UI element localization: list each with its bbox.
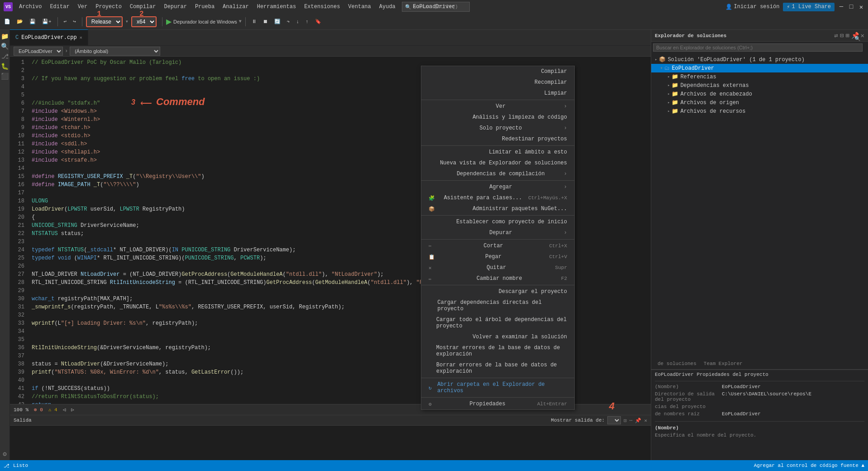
menu-analizar[interactable]: Analizar bbox=[219, 2, 253, 12]
cm-dependencias[interactable]: Dependencias de compilación› bbox=[421, 168, 574, 179]
step-out-button[interactable]: ↑ bbox=[303, 18, 311, 26]
undo-button[interactable]: ↩ bbox=[62, 17, 69, 26]
activity-git[interactable]: ⎇ bbox=[0, 52, 10, 61]
platform-dropdown[interactable]: x64 bbox=[131, 16, 157, 27]
git-source-control[interactable]: Agregar al control de código fuente ▲ bbox=[754, 463, 864, 468]
cm-compilar[interactable]: Compilar bbox=[421, 66, 574, 77]
cm-limitar[interactable]: Limitar el ámbito a esto bbox=[421, 147, 574, 158]
new-file-button[interactable]: 📄 bbox=[2, 17, 13, 26]
solution-close-btn[interactable]: ✕ bbox=[861, 32, 864, 39]
solution-search-input[interactable] bbox=[653, 43, 863, 52]
cm-cortar[interactable]: ✂ Cortar Ctrl+X bbox=[421, 240, 574, 251]
cm-cargar-arbol[interactable]: Cargar todo el árbol de dependencias del… bbox=[421, 314, 574, 332]
activity-settings[interactable]: ⚙ bbox=[0, 449, 10, 458]
cm-ver[interactable]: Ver› bbox=[421, 101, 574, 112]
cm-depurar[interactable]: Depurar› bbox=[421, 227, 574, 238]
statusbar-ready: Listo bbox=[13, 463, 28, 468]
output-pin-btn[interactable]: 📌 bbox=[635, 418, 641, 423]
activity-search[interactable]: 🔍 bbox=[0, 42, 10, 51]
tree-project[interactable]: ▾ 🗂 EoPLoadDriver bbox=[651, 64, 868, 72]
cm-abrir-carpeta[interactable]: ↻ Abrir carpeta en el Explorador de arch… bbox=[421, 379, 574, 396]
cm-recompilar[interactable]: Recompilar bbox=[421, 77, 574, 88]
step-into-button[interactable]: ↓ bbox=[294, 18, 301, 26]
run-dropdown-arrow[interactable]: ▼ bbox=[239, 19, 242, 24]
activity-debug[interactable]: 🐛 bbox=[0, 62, 10, 71]
nav-scope-dropdown[interactable]: (Ámbito global) bbox=[70, 47, 160, 56]
output-source-select[interactable] bbox=[607, 416, 621, 424]
menu-ver[interactable]: Ver bbox=[74, 2, 91, 12]
menu-archivo[interactable]: Archivo bbox=[15, 2, 45, 12]
tree-solution-icon: 📦 bbox=[659, 56, 666, 63]
tree-origen[interactable]: ▸ 📁 Archivos de origen bbox=[651, 98, 868, 107]
tab-eoploaddriver[interactable]: C EoPLoadDriver.cpp ✕ bbox=[10, 29, 88, 45]
solution-explorer-title: Explorador de soluciones bbox=[655, 33, 726, 38]
minimize-button[interactable]: ─ bbox=[838, 4, 844, 10]
solution-tree: ▸ 📦 Solución 'EoPLoadDriver' (1 de 1 pro… bbox=[651, 53, 868, 358]
tree-referencias[interactable]: ▸ 📁 Referencias bbox=[651, 72, 868, 81]
maximize-button[interactable]: □ bbox=[848, 4, 854, 10]
restart-button[interactable]: 🔄 bbox=[272, 17, 283, 26]
cm-limpiar[interactable]: Limpiar bbox=[421, 88, 574, 99]
cm-nueva-vista[interactable]: Nueva vista de Explorador de soluciones bbox=[421, 158, 574, 168]
menu-ayuda[interactable]: Ayuda bbox=[376, 2, 399, 12]
cm-propiedades[interactable]: ⚙ Propiedades Alt+Entrar bbox=[421, 399, 574, 409]
menu-editar[interactable]: Editar bbox=[46, 2, 73, 12]
cm-solo[interactable]: Solo proyecto› bbox=[421, 123, 574, 134]
close-button[interactable]: ✕ bbox=[858, 4, 864, 10]
tree-encabezados[interactable]: ▸ 📁 Archivos de encabezado bbox=[651, 90, 868, 98]
output-close-btn[interactable]: ✕ bbox=[644, 418, 647, 423]
nav-project-dropdown[interactable]: EoPLoadDriver bbox=[14, 47, 63, 56]
redo-button[interactable]: ↪ bbox=[71, 17, 78, 26]
open-button[interactable]: 📂 bbox=[14, 17, 25, 26]
bookmark-button[interactable]: 🔖 bbox=[313, 17, 324, 26]
solution-filter-btn[interactable]: ⊟ bbox=[840, 32, 844, 39]
zoom-level: 100 % bbox=[14, 407, 29, 413]
output-clear-btn[interactable]: ⊡ bbox=[624, 418, 627, 423]
cm-cargar-directas[interactable]: Cargar dependencias directas del proyect… bbox=[421, 297, 574, 314]
tree-recursos[interactable]: ▸ 📁 Archivos de recursos bbox=[651, 107, 868, 115]
liveshare-button[interactable]: ⚡ 1 Live Share bbox=[783, 3, 835, 11]
save-all-button[interactable]: 💾+ bbox=[40, 17, 54, 26]
cm-quitar[interactable]: ✕ Quitar Supr bbox=[421, 262, 574, 273]
menu-herramientas[interactable]: Herramientas bbox=[253, 2, 300, 12]
activity-explorer[interactable]: 📁 bbox=[0, 32, 10, 41]
output-wrap-btn[interactable]: ↔ bbox=[630, 418, 633, 423]
cm-asistente-shortcut: Ctrl+Mayús.+X bbox=[528, 195, 567, 201]
cm-asistente[interactable]: 🧩 Asistente para clases... Ctrl+Mayús.+X bbox=[421, 192, 574, 203]
menu-extensiones[interactable]: Extensiones bbox=[300, 2, 343, 12]
solution-sync-btn[interactable]: ⇄ bbox=[834, 32, 838, 39]
activity-extensions[interactable]: ⬛ bbox=[0, 72, 10, 81]
nav-back[interactable]: ◁ bbox=[63, 407, 66, 413]
step-over-button[interactable]: ↷ bbox=[285, 17, 292, 26]
cm-establecer[interactable]: Establecer como proyecto de inicio bbox=[421, 216, 574, 227]
cm-pegar[interactable]: 📋 Pegar Ctrl+V bbox=[421, 251, 574, 262]
nav-forward[interactable]: ▷ bbox=[71, 407, 74, 413]
menu-depurar[interactable]: Depurar bbox=[160, 2, 190, 12]
tab-solution[interactable]: de soluciones bbox=[655, 360, 699, 367]
cm-volver-label: Volver a examinar la solución bbox=[472, 334, 567, 340]
save-button[interactable]: 💾 bbox=[27, 17, 38, 26]
tab-team-explorer[interactable]: Team Explorer bbox=[701, 360, 745, 367]
stop-button[interactable]: ⏹ bbox=[261, 17, 270, 26]
tree-dependencias[interactable]: ▸ 📁 Dependencias externas bbox=[651, 81, 868, 90]
cm-mostrar-errores[interactable]: Mostrar errores de la base de datos de e… bbox=[421, 342, 574, 360]
pause-button[interactable]: ⏸ bbox=[249, 17, 259, 26]
tree-solution[interactable]: ▸ 📦 Solución 'EoPLoadDriver' (1 de 1 pro… bbox=[651, 55, 868, 64]
solution-collapse-btn[interactable]: ⊞ bbox=[845, 32, 849, 39]
run-button[interactable]: ▶ Depurador local de Windows bbox=[166, 17, 237, 26]
menu-prueba[interactable]: Prueba bbox=[191, 2, 218, 12]
cm-analisis[interactable]: Análisis y limpieza de código bbox=[421, 112, 574, 123]
config-dropdown[interactable]: Release bbox=[86, 16, 123, 27]
cm-redestinar[interactable]: Redestinar proyectos bbox=[421, 134, 574, 144]
cm-volver-examinar[interactable]: Volver a examinar la solución bbox=[421, 332, 574, 342]
signin-button[interactable]: 👤 Iniciar sesión bbox=[725, 4, 780, 10]
cm-descargar[interactable]: Descargar el proyecto bbox=[421, 286, 574, 297]
cm-borrar-errores[interactable]: Borrar errores de la base de datos de ex… bbox=[421, 360, 574, 377]
output-content bbox=[10, 426, 651, 429]
cm-nuget[interactable]: 📦 Administrar paquetes NuGet... bbox=[421, 203, 574, 214]
output-title: Salida bbox=[14, 418, 32, 423]
menu-ventana[interactable]: Ventana bbox=[344, 2, 374, 12]
tab-close[interactable]: ✕ bbox=[80, 35, 82, 40]
cm-agregar[interactable]: Agregar› bbox=[421, 182, 574, 192]
cm-cambiar-nombre[interactable]: ✏ Cambiar nombre F2 bbox=[421, 273, 574, 284]
